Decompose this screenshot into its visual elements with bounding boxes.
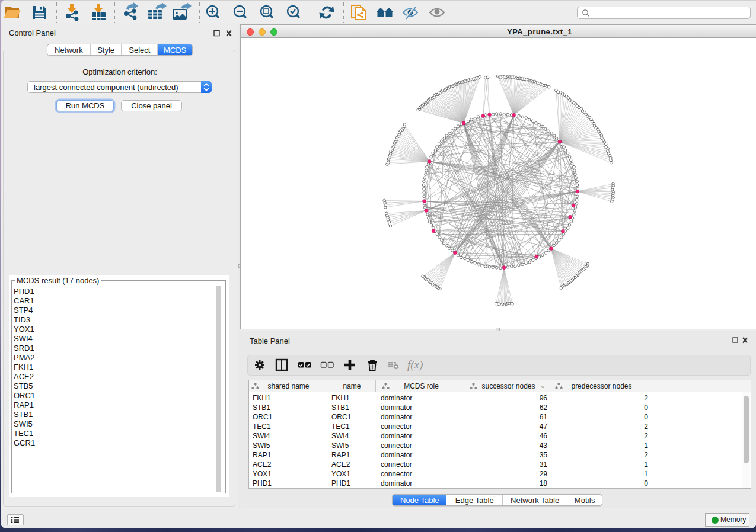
svg-text:f(x): f(x) — [407, 358, 423, 371]
